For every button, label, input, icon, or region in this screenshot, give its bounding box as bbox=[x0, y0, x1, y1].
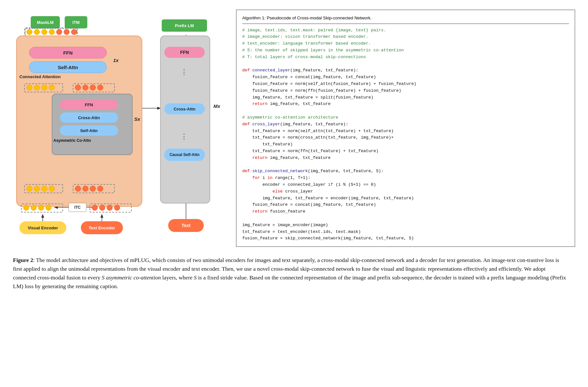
caption-italic-s2: S bbox=[194, 274, 197, 281]
visual-encoder-box: Visual Encoder bbox=[19, 221, 66, 234]
itm-label: ITM bbox=[72, 20, 80, 25]
visual-out-circles bbox=[23, 205, 51, 211]
asym-cross-attn-block: Cross-Attn bbox=[60, 112, 118, 123]
code-blank-3 bbox=[242, 162, 569, 168]
connected-attention-label: Connected Attention bbox=[19, 74, 60, 79]
text-out-circles bbox=[92, 205, 120, 211]
code-line-24: fusion_feature = concat(img_feature, txt… bbox=[242, 202, 569, 208]
decoder-causal-label: Causal Self-Attn bbox=[169, 152, 200, 157]
asym-ffn-block: FFN bbox=[60, 99, 118, 110]
connected-ffn-block: FFN bbox=[29, 47, 107, 58]
code-line-13: def cross_layer(img_feature, txt_feature… bbox=[242, 121, 569, 128]
code-line-7: fusion_feature = concat(img_feature, txt… bbox=[242, 74, 569, 81]
code-line-12: # asymmetric co-attention architecture bbox=[242, 114, 569, 121]
decoder-dots2: ⋮ bbox=[180, 132, 189, 141]
code-line-4: # S: the number of skipped layers in the… bbox=[242, 47, 569, 54]
code-line-5: # T: total layers of cross-modal skip-co… bbox=[242, 54, 569, 61]
code-line-27: txt_feature = text_encoder(text.ids, tex… bbox=[242, 229, 569, 235]
masklm-box: MaskLM bbox=[31, 16, 60, 28]
code-line-8: fusion_feature = norm(self_attn(fusion_f… bbox=[242, 81, 569, 88]
code-line-14: txt_feature = norm(self_attn(txt_feature… bbox=[242, 128, 569, 135]
decoder-cross-attn-block: Cross-Attn bbox=[164, 103, 205, 114]
itm-box: ITM bbox=[65, 16, 87, 28]
code-line-28: fusion_feature = skip_connected_network(… bbox=[242, 235, 569, 242]
code-line-15: txt_feature = norm(cross_attn(txt_featur… bbox=[242, 134, 569, 141]
architecture-diagram: MaskLM ITM FFN Self bbox=[13, 10, 226, 242]
code-line-1: # image, text.ids, text.mask: paired {im… bbox=[242, 27, 569, 34]
code-line-18: return img_feature, txt_feature bbox=[242, 155, 569, 162]
caption-italic-s: S asymmetric co-attention bbox=[102, 274, 161, 281]
sx-label: Sx bbox=[134, 116, 140, 122]
mx-label: Mx bbox=[213, 103, 220, 109]
code-line-11: return img_feature, txt_feature bbox=[242, 101, 569, 108]
decoder-ffn-block: FFN bbox=[164, 47, 205, 58]
top-yellow-circles bbox=[27, 29, 77, 35]
algo-code: # image, text.ids, text.mask: paired {im… bbox=[242, 27, 569, 242]
code-line-17: txt_feature = norm(ffn(txt_feature) + tx… bbox=[242, 148, 569, 155]
text-input-box: Text bbox=[168, 219, 204, 232]
code-line-10: img_feature, txt_feature = split(fusion_… bbox=[242, 94, 569, 101]
code-line-16: txt_feature) bbox=[242, 141, 569, 148]
algo-title-normal: Pseudocode of Cross-modal Skip-connected… bbox=[266, 16, 372, 20]
itc-box: ITC bbox=[69, 203, 86, 212]
text-encoder-label: Text Encoder bbox=[89, 225, 115, 230]
connected-self-attn-block: Self-Attn bbox=[29, 61, 107, 73]
bottom-left-circles bbox=[27, 186, 55, 192]
algorithm-box: Algorithm 1: Pseudocode of Cross-modal S… bbox=[236, 10, 575, 247]
connected-self-attn-label: Self-Attn bbox=[58, 65, 78, 70]
nx-label: 1x bbox=[113, 58, 119, 63]
prefix-lm-box: Prefix LM bbox=[162, 19, 207, 32]
asym-self-attn-block: Self-Attn bbox=[60, 125, 118, 136]
code-line-19: def skip_connected_network(img_feature, … bbox=[242, 168, 569, 175]
algo-title: Algorithm 1: Pseudocode of Cross-modal S… bbox=[242, 15, 569, 24]
code-line-2: # image_encoder: vision transformer base… bbox=[242, 34, 569, 40]
decoder-gray-box bbox=[160, 36, 210, 204]
figure-caption: Figure 2: The model architecture and obj… bbox=[13, 256, 569, 291]
itc-label: ITC bbox=[74, 205, 81, 210]
code-line-25: return fusion_feature bbox=[242, 208, 569, 215]
code-blank-1 bbox=[242, 61, 569, 68]
asym-ffn-label: FFN bbox=[85, 102, 93, 107]
decoder-dots: ⋮ bbox=[180, 68, 189, 76]
code-blank-4 bbox=[242, 215, 569, 222]
decoder-ffn-label: FFN bbox=[180, 50, 189, 55]
caption-text-2: layers, where bbox=[161, 274, 194, 281]
code-blank-2 bbox=[242, 108, 569, 114]
connected-ffn-label: FFN bbox=[63, 50, 72, 56]
code-line-26: img_feature = image_encoder(image) bbox=[242, 222, 569, 229]
code-line-3: # text_encoder: language transformer bas… bbox=[242, 40, 569, 47]
code-line-9: fusion_feature = norm(ffn(fusion_feature… bbox=[242, 88, 569, 94]
code-line-20: for i in range(1, T+1): bbox=[242, 175, 569, 182]
text-encoder-box: Text Encoder bbox=[81, 221, 123, 234]
code-line-6: def connected_layer(img_feature, txt_fea… bbox=[242, 67, 569, 74]
decoder-causal-block: Causal Self-Attn bbox=[164, 149, 205, 161]
mid-right-circles bbox=[75, 85, 103, 90]
visual-encoder-label: Visual Encoder bbox=[28, 225, 58, 230]
prefix-lm-label: Prefix LM bbox=[175, 23, 194, 28]
asym-self-attn-label: Self-Attn bbox=[80, 128, 98, 133]
asym-cross-attn-label: Cross-Attn bbox=[78, 115, 100, 120]
asymmetric-coattn-label: Asymmetric Co-Attn bbox=[53, 138, 91, 143]
bottom-right-circles bbox=[75, 186, 103, 192]
mid-left-circles bbox=[27, 85, 55, 90]
code-line-23: img_feature, txt_feature = encoder(img_f… bbox=[242, 195, 569, 202]
text-input-label: Text bbox=[181, 223, 191, 228]
decoder-cross-attn-label: Cross-Attn bbox=[174, 107, 195, 111]
figure-label: Figure 2 bbox=[13, 257, 33, 263]
masklm-label: MaskLM bbox=[37, 20, 53, 25]
code-line-21: encoder = connected_layer if (i % (S+1) … bbox=[242, 182, 569, 188]
code-line-22: else cross_layer bbox=[242, 188, 569, 195]
